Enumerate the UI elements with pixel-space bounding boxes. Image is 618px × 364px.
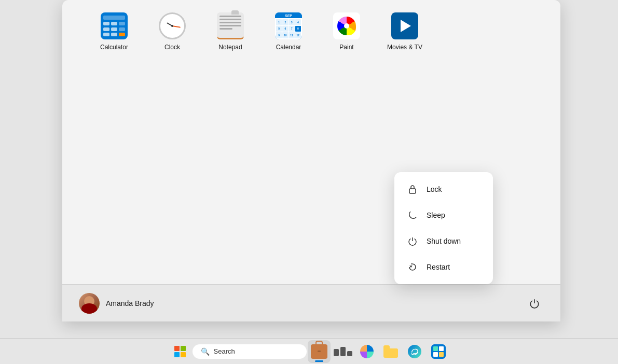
movies-icon [391,12,418,39]
app-item-notepad[interactable]: Notepad [210,12,251,51]
search-icon: 🔍 [201,347,210,356]
movies-label: Movies & TV [387,44,422,51]
windows-logo-icon [174,346,186,357]
calendar-icon: SEP 1 2 3 4 5 6 7 8 9 10 11 12 [275,12,302,39]
user-section[interactable]: Amanda Brady [79,293,154,314]
lock-icon [407,184,418,195]
shutdown-label: Shut down [427,237,461,245]
app-item-calculator[interactable]: Calculator [93,12,135,51]
sleep-icon [407,209,418,221]
clock-label: Clock [164,44,180,51]
start-menu-bottom: Amanda Brady [62,284,560,321]
app-item-paint[interactable]: Paint [326,12,367,51]
avatar [79,293,100,314]
sleep-menu-item[interactable]: Sleep [394,202,493,228]
calendar-label: Calendar [276,44,301,51]
briefcase-icon [311,344,327,359]
calculator-label: Calculator [100,44,128,51]
paint-icon [333,12,360,39]
sleep-label: Sleep [427,211,445,219]
search-label: Search [214,347,235,355]
lock-menu-item[interactable]: Lock [394,176,493,202]
notepad-icon [217,12,244,39]
clock-icon [159,12,186,39]
edge-icon [408,345,421,358]
explorer-icon [383,345,398,358]
notepad-label: Notepad [218,44,242,51]
taskbar-items: 🔍 Search [169,340,450,363]
taskview-icon [334,347,352,356]
explorer-button[interactable] [379,340,402,363]
edge-button[interactable] [403,340,426,363]
lock-label: Lock [427,185,442,193]
shutdown-icon [407,235,418,247]
shutdown-menu-item[interactable]: Shut down [394,228,493,254]
app-item-calendar[interactable]: SEP 1 2 3 4 5 6 7 8 9 10 11 12 [268,12,309,51]
store-button[interactable] [427,340,450,363]
restart-icon [407,261,418,273]
copilot-button[interactable] [355,340,378,363]
paint-label: Paint [339,44,353,51]
start-menu: Calculator Clock [62,0,560,321]
svg-rect-0 [409,189,416,193]
power-button[interactable] [525,294,544,313]
restart-label: Restart [427,263,450,271]
power-menu: Lock Sleep Shut down [394,172,493,284]
taskbar: 🔍 Search [0,338,618,364]
work-button[interactable] [308,340,331,363]
app-grid: Calculator Clock [62,0,560,63]
store-icon [431,344,446,359]
calculator-icon [101,12,128,39]
app-item-clock[interactable]: Clock [152,12,193,51]
app-item-movies[interactable]: Movies & TV [384,12,425,51]
taskview-button[interactable] [332,340,354,363]
start-button[interactable] [169,340,191,363]
copilot-icon [360,345,374,358]
search-bar[interactable]: 🔍 Search [193,340,307,363]
restart-menu-item[interactable]: Restart [394,254,493,280]
user-name: Amanda Brady [106,299,154,307]
